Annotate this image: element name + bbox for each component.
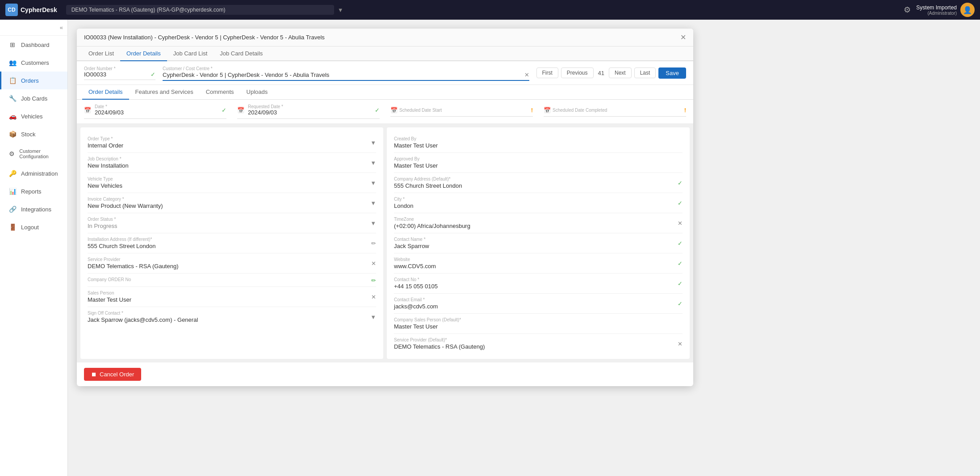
- customer-label: Customer / Cost Centre *: [163, 66, 213, 71]
- field-vehicle-type: Vehicle Type New Vehicles ▼: [88, 173, 376, 193]
- order-type-dropdown-icon[interactable]: ▼: [370, 139, 376, 146]
- scheduled-complete-calendar-icon: 📅: [544, 107, 551, 114]
- field-website: Website www.CDV5.com ✓: [394, 253, 683, 274]
- customer-config-icon: ⚙: [8, 150, 15, 157]
- requested-date-value: 2024/09/03: [248, 109, 283, 116]
- sidebar-item-customers[interactable]: 👥 Customers: [0, 54, 67, 72]
- installation-address-edit-icon[interactable]: ✏: [371, 240, 376, 247]
- modal-title: IO00033 (New Installation) - CypherDesk …: [84, 34, 680, 41]
- tab-order-details[interactable]: Order Details: [120, 46, 167, 61]
- topbar: CD CypherDesk DEMO Telematics - RSA (Gau…: [0, 0, 980, 20]
- service-provider-default-clear-icon[interactable]: ✕: [678, 341, 683, 347]
- sub-tab-comments[interactable]: Comments: [200, 85, 240, 100]
- form-columns: Order Type * Internal Order ▼ Job Descri…: [77, 124, 693, 362]
- record-count: 41: [596, 70, 606, 76]
- customers-icon: 👥: [8, 59, 17, 66]
- sidebar-item-orders[interactable]: 📋 Orders: [0, 72, 67, 89]
- field-order-status: Order Status * In Progress ▼: [88, 213, 376, 233]
- cancel-icon: ⏹: [91, 371, 97, 378]
- cancel-order-button[interactable]: ⏹ Cancel Order: [84, 368, 141, 381]
- logout-icon: 🚪: [8, 223, 17, 231]
- requested-date-check-icon: ✓: [375, 107, 380, 114]
- sidebar-item-logout[interactable]: 🚪 Logout: [0, 218, 67, 236]
- sign-off-dropdown-icon[interactable]: ▼: [370, 314, 376, 320]
- tab-job-card-details[interactable]: Job Card Details: [214, 46, 269, 61]
- sidebar-item-label: Logout: [21, 224, 39, 231]
- sidebar-item-stock[interactable]: 📦 Stock: [0, 125, 67, 143]
- next-button[interactable]: Next: [609, 67, 632, 78]
- service-provider-clear-icon[interactable]: ✕: [371, 260, 376, 267]
- field-order-type: Order Type * Internal Order ▼: [88, 133, 376, 153]
- sidebar-item-label: Vehicles: [21, 113, 42, 120]
- field-invoice-category: Invoice Category * New Product (New Warr…: [88, 193, 376, 213]
- field-city: City * London ✓: [394, 193, 683, 213]
- field-sign-off-contact: Sign Off Contact * Jack Sparrow (jacks@c…: [88, 307, 376, 327]
- orders-icon: 📋: [8, 77, 17, 84]
- sub-tab-order-details[interactable]: Order Details: [82, 85, 129, 100]
- timezone-clear-icon[interactable]: ✕: [678, 220, 683, 227]
- date-value: 2024/09/03: [95, 109, 124, 116]
- field-sales-person: Sales Person Master Test User ✕: [88, 287, 376, 307]
- save-button[interactable]: Save: [658, 67, 686, 79]
- tab-order-list[interactable]: Order List: [82, 46, 120, 61]
- vehicle-type-dropdown-icon[interactable]: ▼: [370, 180, 376, 186]
- requested-date-label: Requested Date *: [248, 104, 283, 109]
- modal: IO00033 (New Installation) - CypherDesk …: [77, 29, 693, 386]
- scheduled-complete-label: Scheduled Date Completed: [553, 108, 683, 113]
- first-button[interactable]: First: [536, 67, 558, 78]
- contact-email-check-icon: ✓: [678, 300, 683, 307]
- sidebar-item-dashboard[interactable]: ⊞ Dashboard: [0, 36, 67, 54]
- administration-icon: 🔑: [8, 170, 17, 177]
- sidebar-item-customer-configuration[interactable]: ⚙ Customer Configuration: [0, 143, 67, 164]
- sidebar-item-label: Orders: [21, 77, 39, 84]
- sub-tab-uploads[interactable]: Uploads: [240, 85, 274, 100]
- user-name: System Imported: [916, 4, 957, 11]
- field-company-sales-person: Company Sales Person (Default)* Master T…: [394, 314, 683, 334]
- scheduled-start-calendar-icon: 📅: [390, 107, 398, 114]
- sidebar-item-administration[interactable]: 🔑 Administration: [0, 164, 67, 182]
- left-column: Order Type * Internal Order ▼ Job Descri…: [80, 127, 383, 359]
- logo-text: CypherDesk: [21, 6, 57, 13]
- stock-icon: 📦: [8, 131, 17, 138]
- field-job-description: Job Description * New Installation ▼: [88, 153, 376, 173]
- order-number-label: Order Number *: [84, 66, 155, 71]
- modal-header: IO00033 (New Installation) - CypherDesk …: [77, 29, 693, 46]
- company-order-no-edit-icon[interactable]: ✏: [371, 277, 376, 283]
- field-approved-by: Approved By Master Test User: [394, 153, 683, 173]
- date-check-icon: ✓: [222, 107, 226, 114]
- sub-tab-features-services[interactable]: Features and Services: [129, 85, 200, 100]
- sidebar-item-label: Integrations: [21, 206, 51, 213]
- job-description-dropdown-icon[interactable]: ▼: [370, 160, 376, 166]
- sales-person-clear-icon[interactable]: ✕: [371, 294, 376, 300]
- sidebar-item-label: Stock: [21, 131, 36, 138]
- customer-clear-icon[interactable]: ✕: [524, 72, 529, 78]
- sidebar-toggle[interactable]: «: [0, 20, 67, 36]
- field-contact-no: Contact No * +44 15 055 0105 ✓: [394, 274, 683, 294]
- sidebar-item-integrations[interactable]: 🔗 Integrations: [0, 200, 67, 218]
- field-timezone: TimeZone (+02:00) Africa/Johannesburg ✕: [394, 213, 683, 233]
- tab-job-card-list[interactable]: Job Card List: [167, 46, 214, 61]
- order-status-dropdown-icon[interactable]: ▼: [370, 220, 376, 227]
- window-dropdown-icon[interactable]: ▼: [338, 7, 343, 13]
- sidebar-item-vehicles[interactable]: 🚗 Vehicles: [0, 107, 67, 125]
- field-service-provider: Service Provider DEMO Telematics - RSA (…: [88, 253, 376, 274]
- sidebar-item-label: Customer Configuration: [19, 148, 60, 159]
- field-created-by: Created By Master Test User: [394, 133, 683, 153]
- reports-icon: 📊: [8, 188, 17, 195]
- settings-icon[interactable]: ⚙: [904, 5, 911, 15]
- close-button[interactable]: ✕: [680, 33, 686, 42]
- sub-tabs: Order Details Features and Services Comm…: [77, 85, 693, 100]
- requested-date-calendar-icon: 📅: [237, 107, 244, 114]
- field-installation-address: Installation Address (If different)* 555…: [88, 233, 376, 253]
- website-check-icon: ✓: [678, 260, 683, 267]
- last-button[interactable]: Last: [634, 67, 656, 78]
- scheduled-start-warn-icon: !: [531, 107, 533, 114]
- sidebar-item-reports[interactable]: 📊 Reports: [0, 182, 67, 200]
- sidebar-item-job-cards[interactable]: 🔧 Job Cards: [0, 89, 67, 107]
- scheduled-start-label: Scheduled Date Start: [399, 108, 529, 113]
- city-check-icon: ✓: [678, 200, 683, 206]
- previous-button[interactable]: Previous: [561, 67, 594, 78]
- integrations-icon: 🔗: [8, 206, 17, 213]
- invoice-category-dropdown-icon[interactable]: ▼: [370, 200, 376, 206]
- sidebar-item-label: Dashboard: [21, 42, 50, 48]
